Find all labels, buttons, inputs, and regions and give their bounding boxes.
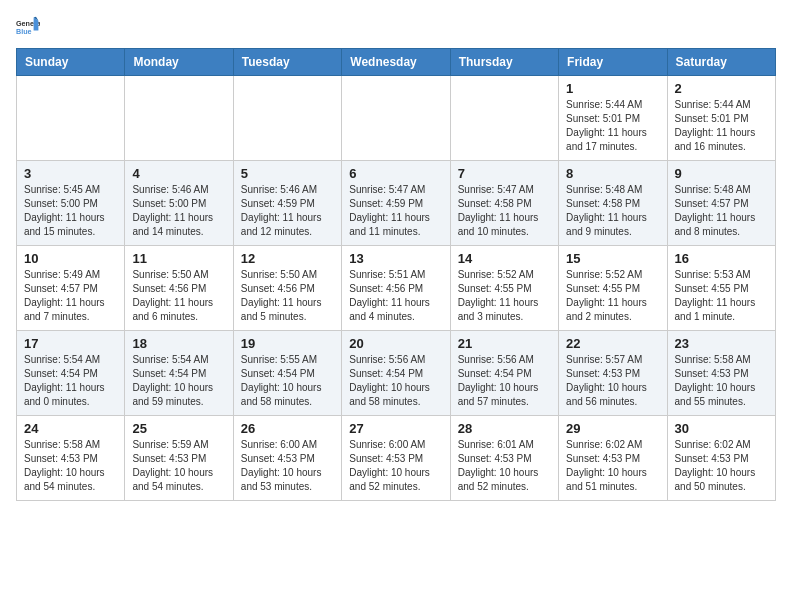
day-info: Sunrise: 5:57 AM Sunset: 4:53 PM Dayligh… — [566, 353, 659, 409]
day-info: Sunrise: 5:51 AM Sunset: 4:56 PM Dayligh… — [349, 268, 442, 324]
week-row-3: 10Sunrise: 5:49 AM Sunset: 4:57 PM Dayli… — [17, 246, 776, 331]
day-number: 30 — [675, 421, 768, 436]
calendar-cell: 19Sunrise: 5:55 AM Sunset: 4:54 PM Dayli… — [233, 331, 341, 416]
day-number: 26 — [241, 421, 334, 436]
day-number: 25 — [132, 421, 225, 436]
day-number: 15 — [566, 251, 659, 266]
day-info: Sunrise: 5:50 AM Sunset: 4:56 PM Dayligh… — [132, 268, 225, 324]
day-number: 7 — [458, 166, 551, 181]
day-number: 14 — [458, 251, 551, 266]
day-number: 1 — [566, 81, 659, 96]
week-row-4: 17Sunrise: 5:54 AM Sunset: 4:54 PM Dayli… — [17, 331, 776, 416]
calendar-cell: 15Sunrise: 5:52 AM Sunset: 4:55 PM Dayli… — [559, 246, 667, 331]
day-number: 4 — [132, 166, 225, 181]
weekday-header-row: SundayMondayTuesdayWednesdayThursdayFrid… — [17, 49, 776, 76]
day-info: Sunrise: 5:52 AM Sunset: 4:55 PM Dayligh… — [566, 268, 659, 324]
day-info: Sunrise: 6:00 AM Sunset: 4:53 PM Dayligh… — [241, 438, 334, 494]
calendar-cell: 25Sunrise: 5:59 AM Sunset: 4:53 PM Dayli… — [125, 416, 233, 501]
day-info: Sunrise: 5:53 AM Sunset: 4:55 PM Dayligh… — [675, 268, 768, 324]
day-number: 22 — [566, 336, 659, 351]
calendar-cell — [450, 76, 558, 161]
weekday-header-wednesday: Wednesday — [342, 49, 450, 76]
day-number: 28 — [458, 421, 551, 436]
day-number: 10 — [24, 251, 117, 266]
day-info: Sunrise: 5:47 AM Sunset: 4:58 PM Dayligh… — [458, 183, 551, 239]
logo-icon: General Blue — [16, 16, 40, 40]
calendar-cell: 17Sunrise: 5:54 AM Sunset: 4:54 PM Dayli… — [17, 331, 125, 416]
day-info: Sunrise: 5:52 AM Sunset: 4:55 PM Dayligh… — [458, 268, 551, 324]
day-number: 11 — [132, 251, 225, 266]
day-info: Sunrise: 5:54 AM Sunset: 4:54 PM Dayligh… — [24, 353, 117, 409]
day-info: Sunrise: 5:47 AM Sunset: 4:59 PM Dayligh… — [349, 183, 442, 239]
calendar-cell: 10Sunrise: 5:49 AM Sunset: 4:57 PM Dayli… — [17, 246, 125, 331]
calendar-cell: 1Sunrise: 5:44 AM Sunset: 5:01 PM Daylig… — [559, 76, 667, 161]
day-number: 17 — [24, 336, 117, 351]
day-number: 13 — [349, 251, 442, 266]
calendar-cell: 11Sunrise: 5:50 AM Sunset: 4:56 PM Dayli… — [125, 246, 233, 331]
day-number: 5 — [241, 166, 334, 181]
day-info: Sunrise: 5:55 AM Sunset: 4:54 PM Dayligh… — [241, 353, 334, 409]
calendar-cell: 22Sunrise: 5:57 AM Sunset: 4:53 PM Dayli… — [559, 331, 667, 416]
header: General Blue — [16, 16, 776, 40]
day-number: 21 — [458, 336, 551, 351]
weekday-header-thursday: Thursday — [450, 49, 558, 76]
day-number: 19 — [241, 336, 334, 351]
calendar-cell: 6Sunrise: 5:47 AM Sunset: 4:59 PM Daylig… — [342, 161, 450, 246]
week-row-5: 24Sunrise: 5:58 AM Sunset: 4:53 PM Dayli… — [17, 416, 776, 501]
calendar-cell: 13Sunrise: 5:51 AM Sunset: 4:56 PM Dayli… — [342, 246, 450, 331]
calendar-cell: 7Sunrise: 5:47 AM Sunset: 4:58 PM Daylig… — [450, 161, 558, 246]
day-info: Sunrise: 5:44 AM Sunset: 5:01 PM Dayligh… — [675, 98, 768, 154]
week-row-2: 3Sunrise: 5:45 AM Sunset: 5:00 PM Daylig… — [17, 161, 776, 246]
calendar-cell: 4Sunrise: 5:46 AM Sunset: 5:00 PM Daylig… — [125, 161, 233, 246]
day-number: 12 — [241, 251, 334, 266]
day-info: Sunrise: 6:00 AM Sunset: 4:53 PM Dayligh… — [349, 438, 442, 494]
day-info: Sunrise: 6:02 AM Sunset: 4:53 PM Dayligh… — [566, 438, 659, 494]
calendar-cell: 27Sunrise: 6:00 AM Sunset: 4:53 PM Dayli… — [342, 416, 450, 501]
day-info: Sunrise: 6:01 AM Sunset: 4:53 PM Dayligh… — [458, 438, 551, 494]
weekday-header-sunday: Sunday — [17, 49, 125, 76]
calendar-cell: 21Sunrise: 5:56 AM Sunset: 4:54 PM Dayli… — [450, 331, 558, 416]
calendar-cell: 9Sunrise: 5:48 AM Sunset: 4:57 PM Daylig… — [667, 161, 775, 246]
weekday-header-tuesday: Tuesday — [233, 49, 341, 76]
day-number: 6 — [349, 166, 442, 181]
calendar-cell: 24Sunrise: 5:58 AM Sunset: 4:53 PM Dayli… — [17, 416, 125, 501]
calendar-cell: 5Sunrise: 5:46 AM Sunset: 4:59 PM Daylig… — [233, 161, 341, 246]
calendar-cell: 2Sunrise: 5:44 AM Sunset: 5:01 PM Daylig… — [667, 76, 775, 161]
weekday-header-monday: Monday — [125, 49, 233, 76]
calendar-cell: 14Sunrise: 5:52 AM Sunset: 4:55 PM Dayli… — [450, 246, 558, 331]
day-info: Sunrise: 5:54 AM Sunset: 4:54 PM Dayligh… — [132, 353, 225, 409]
logo: General Blue — [16, 16, 44, 40]
day-info: Sunrise: 5:56 AM Sunset: 4:54 PM Dayligh… — [458, 353, 551, 409]
calendar-cell: 12Sunrise: 5:50 AM Sunset: 4:56 PM Dayli… — [233, 246, 341, 331]
day-info: Sunrise: 5:46 AM Sunset: 4:59 PM Dayligh… — [241, 183, 334, 239]
day-number: 9 — [675, 166, 768, 181]
calendar-cell — [342, 76, 450, 161]
day-info: Sunrise: 5:59 AM Sunset: 4:53 PM Dayligh… — [132, 438, 225, 494]
day-number: 24 — [24, 421, 117, 436]
calendar-cell: 28Sunrise: 6:01 AM Sunset: 4:53 PM Dayli… — [450, 416, 558, 501]
calendar-cell: 20Sunrise: 5:56 AM Sunset: 4:54 PM Dayli… — [342, 331, 450, 416]
day-number: 16 — [675, 251, 768, 266]
calendar-cell: 30Sunrise: 6:02 AM Sunset: 4:53 PM Dayli… — [667, 416, 775, 501]
calendar-cell — [17, 76, 125, 161]
day-info: Sunrise: 5:49 AM Sunset: 4:57 PM Dayligh… — [24, 268, 117, 324]
day-info: Sunrise: 5:48 AM Sunset: 4:57 PM Dayligh… — [675, 183, 768, 239]
day-number: 2 — [675, 81, 768, 96]
calendar-cell: 26Sunrise: 6:00 AM Sunset: 4:53 PM Dayli… — [233, 416, 341, 501]
weekday-header-friday: Friday — [559, 49, 667, 76]
calendar-table: SundayMondayTuesdayWednesdayThursdayFrid… — [16, 48, 776, 501]
svg-text:Blue: Blue — [16, 27, 32, 36]
day-info: Sunrise: 5:44 AM Sunset: 5:01 PM Dayligh… — [566, 98, 659, 154]
day-number: 3 — [24, 166, 117, 181]
day-number: 27 — [349, 421, 442, 436]
day-number: 8 — [566, 166, 659, 181]
day-number: 18 — [132, 336, 225, 351]
day-info: Sunrise: 5:46 AM Sunset: 5:00 PM Dayligh… — [132, 183, 225, 239]
day-number: 29 — [566, 421, 659, 436]
day-info: Sunrise: 5:58 AM Sunset: 4:53 PM Dayligh… — [675, 353, 768, 409]
calendar-cell — [233, 76, 341, 161]
weekday-header-saturday: Saturday — [667, 49, 775, 76]
calendar-cell — [125, 76, 233, 161]
day-number: 20 — [349, 336, 442, 351]
calendar-cell: 8Sunrise: 5:48 AM Sunset: 4:58 PM Daylig… — [559, 161, 667, 246]
